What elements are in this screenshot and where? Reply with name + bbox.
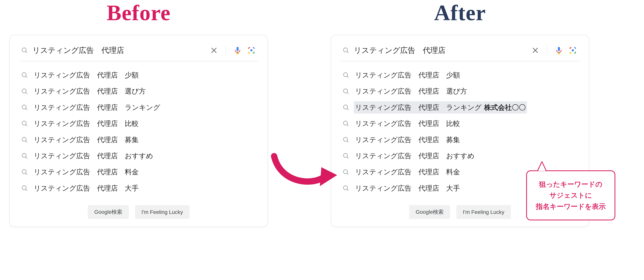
search-bar: リスティング広告 代理店 [340, 44, 580, 61]
suggestion-text: リスティング広告 代理店 比較 [32, 117, 140, 130]
svg-line-17 [26, 141, 27, 142]
suggestion-item[interactable]: リスティング広告 代理店 選び方 [340, 83, 580, 99]
search-icon [21, 152, 28, 159]
google-search-button[interactable]: Google検索 [409, 205, 450, 219]
svg-point-42 [344, 154, 348, 158]
suggestion-item[interactable]: リスティング広告 代理店 ランキング [19, 99, 258, 115]
mic-icon[interactable] [554, 46, 564, 55]
svg-rect-28 [558, 47, 560, 51]
svg-line-21 [26, 173, 27, 175]
svg-point-32 [344, 73, 348, 77]
vertical-divider [226, 46, 226, 55]
svg-line-35 [347, 92, 348, 94]
svg-line-23 [26, 189, 27, 191]
clear-icon[interactable] [530, 46, 540, 55]
suggestion-item[interactable]: リスティング広告 代理店 少額 [19, 67, 258, 83]
svg-line-25 [347, 51, 348, 53]
svg-point-31 [572, 49, 574, 51]
search-icon [21, 72, 28, 79]
svg-line-47 [347, 189, 348, 191]
svg-point-20 [22, 170, 26, 174]
clear-icon[interactable] [209, 46, 219, 55]
callout-bubble: 狙ったキーワードの サジェストに 指名キーワードを表示 [526, 170, 615, 220]
before-search-panel: リスティング広告 代理店 リスティング広告 代理店 少額リスティング広告 代理店… [10, 35, 268, 227]
svg-line-15 [26, 125, 27, 126]
suggestion-item[interactable]: リスティング広告 代理店 募集 [19, 132, 258, 148]
search-icon [21, 120, 28, 127]
svg-line-33 [347, 76, 348, 78]
google-search-button[interactable]: Google検索 [88, 205, 129, 219]
suggestion-text: リスティング広告 代理店 大手 [354, 182, 461, 194]
search-icon [21, 104, 28, 111]
feeling-lucky-button[interactable]: I'm Feeling Lucky [135, 205, 189, 219]
svg-point-10 [22, 89, 26, 93]
before-heading: Before [10, 0, 268, 25]
suggestion-text: リスティング広告 代理店 募集 [354, 133, 461, 146]
vertical-divider [547, 46, 547, 55]
svg-line-41 [347, 141, 348, 142]
suggestion-item[interactable]: リスティング広告 代理店 おすすめ [19, 148, 258, 164]
suggestion-text: リスティング広告 代理店 募集 [32, 133, 140, 146]
suggestion-item[interactable]: リスティング広告 代理店 比較 [340, 115, 580, 131]
search-bar: リスティング広告 代理店 [19, 44, 258, 61]
suggestion-text: リスティング広告 代理店 少額 [354, 69, 461, 81]
suggestion-item[interactable]: リスティング広告 代理店 大手 [19, 180, 258, 196]
suggestion-text: リスティング広告 代理店 選び方 [32, 85, 147, 97]
svg-line-11 [26, 92, 27, 94]
suggestion-text: リスティング広告 代理店 料金 [32, 166, 140, 178]
svg-point-24 [344, 48, 348, 52]
suggestion-item[interactable]: リスティング広告 代理店 少額 [340, 67, 580, 83]
svg-marker-48 [320, 167, 337, 186]
search-icon [21, 136, 28, 143]
transition-arrow-icon [271, 147, 337, 191]
suggestion-text: リスティング広告 代理店 ランキング [32, 101, 162, 113]
svg-point-22 [22, 186, 26, 190]
search-icon [21, 88, 28, 95]
suggestion-item[interactable]: リスティング広告 代理店 選び方 [19, 83, 258, 99]
search-icon [21, 169, 28, 176]
search-icon [21, 185, 28, 192]
search-icon [21, 47, 28, 54]
suggestion-item[interactable]: リスティング広告 代理店 ランキング株式会社〇〇 [340, 99, 580, 115]
svg-line-9 [26, 76, 27, 78]
suggestion-text: リスティング広告 代理店 比較 [354, 117, 461, 130]
lens-icon[interactable] [247, 46, 256, 55]
suggestion-text: リスティング広告 代理店 少額 [32, 69, 140, 81]
bubble-tail-icon [538, 162, 550, 171]
lens-icon[interactable] [568, 46, 578, 55]
suggestion-text: リスティング広告 代理店 大手 [32, 182, 140, 194]
svg-point-44 [344, 170, 348, 174]
svg-point-40 [344, 137, 348, 141]
bubble-line-2: サジェストに [536, 190, 606, 201]
svg-line-43 [347, 157, 348, 158]
suggestion-text: リスティング広告 代理店 おすすめ [354, 150, 476, 162]
svg-point-36 [344, 105, 348, 109]
svg-line-19 [26, 157, 27, 158]
svg-point-8 [22, 73, 26, 77]
svg-line-37 [347, 108, 348, 110]
search-icon [342, 169, 350, 176]
suggestion-list: リスティング広告 代理店 少額リスティング広告 代理店 選び方リスティング広告 … [19, 61, 258, 196]
search-icon [342, 120, 350, 127]
svg-rect-4 [236, 47, 239, 51]
search-input[interactable]: リスティング広告 代理店 [32, 45, 205, 55]
mic-icon[interactable] [233, 46, 242, 55]
svg-point-16 [22, 137, 26, 141]
bubble-line-1: 狙ったキーワードの [536, 179, 606, 190]
suggestion-item[interactable]: リスティング広告 代理店 料金 [19, 164, 258, 180]
suggestion-item[interactable]: リスティング広告 代理店 募集 [340, 132, 580, 148]
svg-line-39 [347, 125, 348, 126]
search-input[interactable]: リスティング広告 代理店 [354, 45, 526, 55]
feeling-lucky-button[interactable]: I'm Feeling Lucky [456, 205, 511, 219]
svg-point-34 [344, 89, 348, 93]
svg-point-14 [22, 121, 26, 125]
search-icon [342, 152, 350, 159]
svg-point-12 [22, 105, 26, 109]
suggestion-item[interactable]: リスティング広告 代理店 比較 [19, 115, 258, 131]
search-icon [342, 72, 350, 79]
search-icon [342, 47, 350, 54]
svg-line-13 [26, 108, 27, 110]
search-icon [342, 104, 350, 111]
svg-point-46 [344, 186, 348, 190]
comparison-diagram: Before リスティング広告 代理店 リスティング広告 代理店 少額リスティン… [0, 0, 644, 280]
